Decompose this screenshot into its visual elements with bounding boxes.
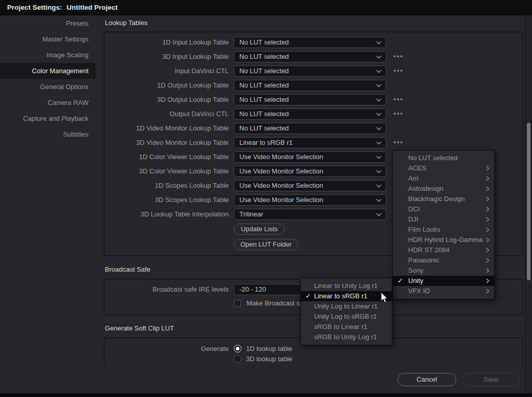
input-davinci-ctl-dropdown[interactable]: No LUT selected <box>234 65 386 77</box>
chevron-right-icon <box>486 227 490 232</box>
update-lists-button[interactable]: Update Lists <box>234 224 285 235</box>
3d-output-lut-dropdown[interactable]: No LUT selected <box>234 94 386 105</box>
row-label-1d-input-lut: 1D Input Lookup Table <box>104 35 229 50</box>
chevron-right-icon <box>486 176 490 181</box>
chevron-down-icon <box>376 113 382 116</box>
chevron-right-icon <box>486 278 490 283</box>
submenu-item-linear-to-srgb-r1[interactable]: ✓Linear to sRGB r1 <box>301 291 392 301</box>
dropdown-value: Linear to sRGB r1 <box>239 138 373 148</box>
window-title-project-name: Untitled Project <box>66 4 118 11</box>
chevron-down-icon <box>376 84 382 87</box>
menu-item-astrodesign[interactable]: Astrodesign <box>393 184 494 194</box>
chevron-down-icon <box>376 55 382 59</box>
output-davinci-ctl-dropdown[interactable]: No LUT selected <box>234 108 386 120</box>
1d-input-lut-dropdown[interactable]: No LUT selected <box>234 37 386 48</box>
menu-item-arri[interactable]: Arri <box>393 173 494 184</box>
menu-item-film-looks[interactable]: Film Looks <box>393 225 494 235</box>
open-lut-folder-button[interactable]: Open LUT Folder <box>234 239 298 250</box>
scrollbar-thumb[interactable] <box>527 123 530 280</box>
chevron-down-icon <box>376 156 382 159</box>
dropdown-value: No LUT selected <box>239 95 373 105</box>
radio-3d-lookup-table[interactable] <box>234 355 241 363</box>
save-button[interactable]: Save <box>462 373 520 386</box>
chevron-right-icon <box>486 196 490 202</box>
row-label-1d-color-viewer-lut: 1D Color Viewer Lookup Table <box>104 150 229 164</box>
1d-color-viewer-lut-dropdown[interactable]: Use Video Monitor Selection <box>234 151 386 163</box>
menu-item-panasonic[interactable]: Panasonic <box>393 255 494 266</box>
row-label-input-davinci-ctl: Input DaVinci CTL <box>104 64 229 78</box>
menu-item-blackmagic-design[interactable]: Blackmagic Design <box>393 194 494 204</box>
3d-video-monitor-lut-dropdown[interactable]: Linear to sRGB r1 <box>234 137 386 148</box>
sidebar-item-camera-raw[interactable]: Camera RAW <box>0 95 96 111</box>
dropdown-value: No LUT selected <box>239 123 373 134</box>
chevron-right-icon <box>486 289 490 294</box>
chevron-down-icon <box>376 41 382 45</box>
dropdown-value: Use Video Monitor Selection <box>239 195 373 205</box>
submenu-item-srgb-to-unity-log-r1[interactable]: sRGB to Unity Log r1 <box>301 332 392 342</box>
sidebar-item-presets[interactable]: Presets <box>0 15 96 31</box>
row-label-3d-video-monitor-lut: 3D Video Monitor Lookup Table <box>104 136 229 150</box>
chevron-right-icon <box>486 186 490 191</box>
radio-3d-lookup-table-label: 3D lookup table <box>246 352 292 366</box>
submenu-item-unity-log-to-linear-r1[interactable]: Unity Log to Linear r1 <box>301 301 392 312</box>
menu-item-dji[interactable]: DJI <box>393 214 494 225</box>
sidebar-item-capture-and-playback[interactable]: Capture and Playback <box>0 111 96 126</box>
cancel-button[interactable]: Cancel <box>397 373 456 386</box>
make-broadcast-safe-checkbox[interactable] <box>234 300 241 307</box>
1d-scopes-lut-dropdown[interactable]: Use Video Monitor Selection <box>234 180 386 191</box>
menu-item-hdr-hybrid-log-gamma[interactable]: HDR Hybrid Log-Gamma <box>393 235 494 245</box>
dropdown-value: No LUT selected <box>239 37 373 48</box>
1d-video-monitor-lut-dropdown[interactable]: No LUT selected <box>234 123 386 134</box>
menu-item-no-lut-selected[interactable]: No LUT selected <box>393 153 494 163</box>
options-dots-button[interactable]: ••• <box>390 51 407 62</box>
row-label-3d-scopes-lut: 3D Scopes Lookup Table <box>104 193 229 207</box>
row-label-generate: Generate <box>104 342 229 356</box>
row-label-3d-color-viewer-lut: 3D Color Viewer Lookup Table <box>104 164 229 179</box>
sidebar-item-subtitles[interactable]: Subtitles <box>0 126 96 142</box>
sidebar-item-master-settings[interactable]: Master Settings <box>0 31 96 47</box>
options-dots-button[interactable]: ••• <box>390 108 407 120</box>
title-bar: Project Settings: Untitled Project <box>0 0 532 15</box>
submenu-item-srgb-to-linear-r1[interactable]: sRGB to Linear r1 <box>301 322 392 332</box>
sidebar-item-color-management[interactable]: Color Management <box>0 63 96 79</box>
menu-item-aces[interactable]: ACES <box>393 163 494 173</box>
chevron-right-icon <box>486 268 490 273</box>
menu-item-sony[interactable]: Sony <box>393 266 494 276</box>
options-dots-button[interactable]: ••• <box>390 94 407 105</box>
row-label-3d-lut-interpolation: 3D Lookup Table Interpolation <box>104 207 229 222</box>
chevron-right-icon <box>486 248 490 253</box>
dropdown-value: Use Video Monitor Selection <box>239 152 373 162</box>
dropdown-value: No LUT selected <box>239 109 373 119</box>
menu-item-unity[interactable]: ✓Unity <box>393 276 494 286</box>
chevron-down-icon <box>376 127 382 130</box>
options-dots-button[interactable]: ••• <box>390 137 407 148</box>
chevron-down-icon <box>376 198 382 202</box>
1d-output-lut-dropdown[interactable]: No LUT selected <box>234 80 386 91</box>
chevron-down-icon <box>376 70 382 73</box>
submenu-item-unity-log-to-srgb-r1[interactable]: Unity Log to sRGB r1 <box>301 312 392 322</box>
check-icon: ✓ <box>305 291 315 301</box>
sidebar-item-general-options[interactable]: General Options <box>0 79 96 95</box>
menu-item-vfx-io[interactable]: VFX IO <box>393 286 494 296</box>
menu-item-dci[interactable]: DCI <box>393 204 494 214</box>
section-title-lookup-tables: Lookup Tables <box>105 19 148 27</box>
menu-item-hdr-st-2084[interactable]: HDR ST 2084 <box>393 245 494 255</box>
submenu-item-linear-to-unity-log-r1[interactable]: Linear to Unity Log r1 <box>301 281 392 291</box>
3d-scopes-lut-dropdown[interactable]: Use Video Monitor Selection <box>234 194 386 206</box>
dropdown-value: Use Video Monitor Selection <box>239 181 373 191</box>
lut-category-menu: No LUT selected ACES Arri Astrodesign Bl… <box>392 150 495 299</box>
chevron-down-icon <box>376 98 382 102</box>
row-label-broadcast-safe-ire: Broadcast safe IRE levels <box>104 282 229 297</box>
3d-color-viewer-lut-dropdown[interactable]: Use Video Monitor Selection <box>234 166 386 177</box>
sidebar-item-image-scaling[interactable]: Image Scaling <box>0 47 96 63</box>
chevron-right-icon <box>486 258 490 263</box>
3d-lut-interpolation-dropdown[interactable]: Trilinear <box>234 209 386 220</box>
radio-1d-lookup-table[interactable] <box>234 345 241 352</box>
dropdown-value: Trilinear <box>239 209 373 219</box>
chevron-down-icon <box>376 170 382 173</box>
chevron-right-icon <box>486 207 490 212</box>
dropdown-value: No LUT selected <box>239 52 373 62</box>
options-dots-button[interactable]: ••• <box>390 65 407 77</box>
row-label-1d-scopes-lut: 1D Scopes Lookup Table <box>104 179 229 193</box>
3d-input-lut-dropdown[interactable]: No LUT selected <box>234 51 386 62</box>
